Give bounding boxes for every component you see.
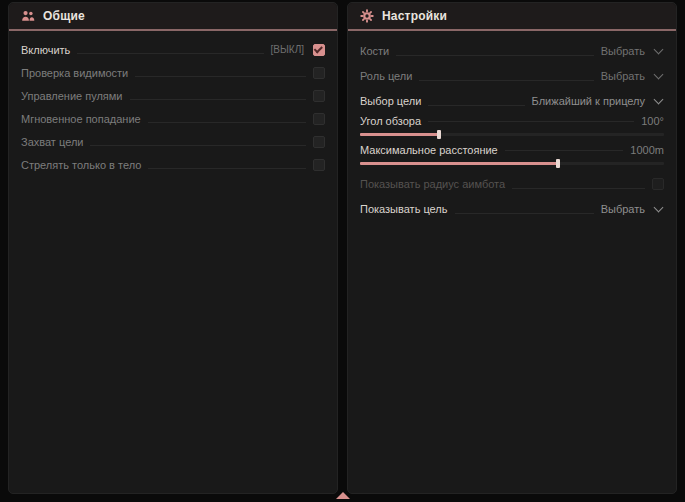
row-leader-line bbox=[130, 99, 306, 100]
toggle-row-visibility-check[interactable]: Проверка видимости bbox=[21, 61, 325, 84]
checkbox-visibility-check[interactable] bbox=[313, 67, 325, 79]
chevron-down-icon[interactable] bbox=[654, 202, 664, 212]
checkbox-enable[interactable] bbox=[313, 44, 325, 56]
chevron-down-icon[interactable] bbox=[654, 44, 664, 54]
row-leader-line bbox=[77, 53, 263, 54]
toggle-label: Захват цели bbox=[21, 136, 83, 148]
toggle-label: Мгновенное попадание bbox=[21, 113, 141, 125]
toggle-label: Проверка видимости bbox=[21, 67, 128, 79]
row-leader-line bbox=[512, 188, 645, 189]
panel-general: Общие Включить [ВЫКЛ] Проверка видимости… bbox=[8, 2, 338, 494]
select-row-target-choice[interactable]: Выбор цели Ближайший к прицелу bbox=[360, 88, 664, 113]
row-leader-line bbox=[396, 55, 593, 56]
slider-row-max-distance: Максимальное расстояние 1000m bbox=[360, 142, 664, 165]
row-leader-line bbox=[90, 145, 306, 146]
select-row-bones[interactable]: Кости Выбрать bbox=[360, 38, 664, 63]
row-leader-line bbox=[428, 105, 524, 106]
checkbox-instant-hit[interactable] bbox=[313, 113, 325, 125]
select-row-show-target[interactable]: Показывать цель Выбрать bbox=[360, 196, 664, 221]
select-value[interactable]: Выбрать bbox=[601, 45, 645, 57]
users-icon bbox=[21, 9, 35, 23]
row-leader-line bbox=[419, 80, 593, 81]
row-leader-line bbox=[148, 168, 306, 169]
panel-general-title: Общие bbox=[43, 9, 85, 23]
chevron-down-icon[interactable] bbox=[654, 94, 664, 104]
toggle-row-bullet-control[interactable]: Управление пулями bbox=[21, 84, 325, 107]
toggle-label: Управление пулями bbox=[21, 90, 123, 102]
row-leader-line bbox=[148, 122, 306, 123]
slider-value: 1000m bbox=[630, 144, 664, 156]
row-leader-line bbox=[505, 150, 624, 151]
check-icon bbox=[314, 44, 323, 53]
select-label: Роль цели bbox=[360, 70, 412, 82]
toggle-label: Включить bbox=[21, 44, 70, 56]
keybind-state-tag: [ВЫКЛ] bbox=[271, 44, 304, 55]
chevron-down-icon[interactable] bbox=[654, 69, 664, 79]
mod-menu-screen: Общие Включить [ВЫКЛ] Проверка видимости… bbox=[0, 0, 685, 502]
toggle-label: Показывать радиус аимбота bbox=[360, 178, 505, 190]
slider-row-fov: Угол обзора 100° bbox=[360, 113, 664, 136]
gear-icon bbox=[360, 9, 374, 23]
toggle-label: Стрелять только в тело bbox=[21, 159, 141, 171]
toggle-row-enable[interactable]: Включить [ВЫКЛ] bbox=[21, 38, 325, 61]
checkbox-bullet-control[interactable] bbox=[313, 90, 325, 102]
slider-value: 100° bbox=[641, 115, 664, 127]
fov-slider-fill bbox=[360, 133, 439, 136]
select-row-target-role[interactable]: Роль цели Выбрать bbox=[360, 63, 664, 88]
select-label: Показывать цель bbox=[360, 203, 448, 215]
slider-label: Угол обзора bbox=[360, 115, 421, 127]
select-value[interactable]: Выбрать bbox=[601, 203, 645, 215]
row-leader-line bbox=[135, 76, 306, 77]
toggle-row-target-lock[interactable]: Захват цели bbox=[21, 130, 325, 153]
panel-settings-title: Настройки bbox=[382, 9, 447, 23]
distance-slider-handle[interactable] bbox=[556, 159, 560, 168]
panel-settings-body: Кости Выбрать Роль цели Выбрать Выбор це… bbox=[348, 31, 676, 221]
select-value[interactable]: Ближайший к прицелу bbox=[532, 95, 645, 107]
row-leader-line bbox=[428, 121, 634, 122]
checkbox-show-aimbot-radius[interactable] bbox=[652, 178, 664, 190]
panel-settings-header: Настройки bbox=[348, 3, 676, 31]
distance-slider-fill bbox=[360, 162, 558, 165]
toggle-row-body-only[interactable]: Стрелять только в тело bbox=[21, 153, 325, 176]
triangle-up-icon[interactable] bbox=[336, 492, 350, 499]
panel-general-header: Общие bbox=[9, 3, 337, 31]
checkbox-target-lock[interactable] bbox=[313, 136, 325, 148]
toggle-row-instant-hit[interactable]: Мгновенное попадание bbox=[21, 107, 325, 130]
select-label: Кости bbox=[360, 45, 389, 57]
distance-slider-track[interactable] bbox=[360, 162, 664, 165]
panel-settings: Настройки Кости Выбрать Роль цели Выбрат… bbox=[347, 2, 677, 494]
toggle-row-show-aimbot-radius[interactable]: Показывать радиус аимбота bbox=[360, 171, 664, 196]
select-value[interactable]: Выбрать bbox=[601, 70, 645, 82]
row-leader-line bbox=[455, 213, 594, 214]
fov-slider-track[interactable] bbox=[360, 133, 664, 136]
select-label: Выбор цели bbox=[360, 95, 421, 107]
fov-slider-handle[interactable] bbox=[437, 130, 441, 139]
checkbox-body-only[interactable] bbox=[313, 159, 325, 171]
panel-general-body: Включить [ВЫКЛ] Проверка видимости Управ… bbox=[9, 31, 337, 176]
slider-label: Максимальное расстояние bbox=[360, 144, 498, 156]
